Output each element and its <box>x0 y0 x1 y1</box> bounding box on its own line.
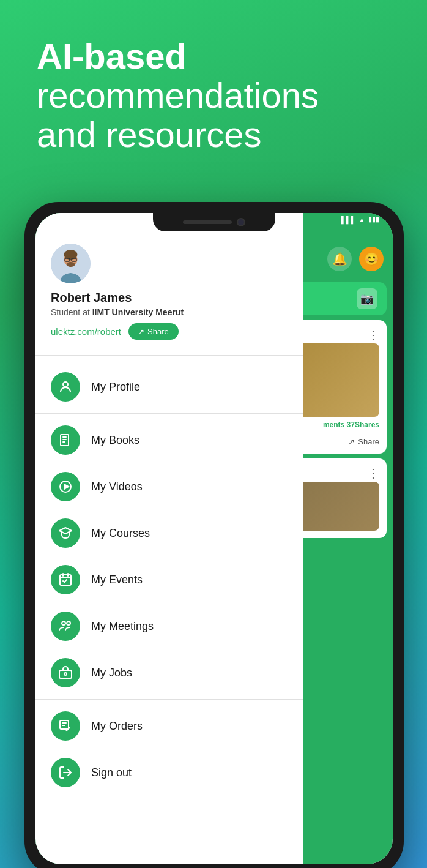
orders-icon <box>58 719 73 733</box>
share-button-icon: ↗ <box>138 327 144 336</box>
notch-bar <box>183 220 232 224</box>
phone-mockup: ▌▌▌ ▲ ▮▮▮ 🔔 😊 📷 ⋮ xt of the <box>24 202 404 868</box>
phone-notch <box>153 213 275 231</box>
menu-label-events: My Events <box>91 574 143 586</box>
headline: AI-based recommendations and resources <box>37 37 390 154</box>
person-icon <box>58 380 73 394</box>
menu-item-books[interactable]: My Books <box>35 417 303 463</box>
svg-point-21 <box>62 621 65 625</box>
header-section: AI-based recommendations and resources <box>0 0 427 172</box>
orders-icon-circle <box>51 711 80 741</box>
meetings-icon-circle <box>51 612 80 641</box>
book-icon <box>58 433 73 447</box>
subtitle-prefix: Student at <box>51 307 92 317</box>
menu-label-signout: Sign out <box>91 766 132 779</box>
profile-link[interactable]: ulektz.com/robert <box>51 326 121 337</box>
signout-icon-circle <box>51 758 80 787</box>
menu-label-meetings: My Meetings <box>91 620 154 633</box>
menu-item-meetings[interactable]: My Meetings <box>35 603 303 649</box>
headline-line2: recommendations <box>37 75 319 115</box>
svg-point-7 <box>63 382 68 387</box>
svg-point-3 <box>67 262 75 267</box>
menu-item-events[interactable]: My Events <box>35 556 303 603</box>
profile-divider <box>35 355 303 356</box>
battery-icon: ▮▮▮ <box>368 215 379 223</box>
meetings-icon <box>58 619 73 634</box>
menu-list: My Profile My Book <box>35 359 303 801</box>
menu-item-videos[interactable]: My Videos <box>35 463 303 510</box>
share-button-label: Share <box>147 327 169 336</box>
menu-item-orders[interactable]: My Orders <box>35 703 303 749</box>
phone-shell: ▌▌▌ ▲ ▮▮▮ 🔔 😊 📷 ⋮ xt of the <box>24 202 404 868</box>
share-action-icon: ↗ <box>348 437 355 446</box>
jobs-icon <box>58 665 73 680</box>
headline-line1: AI-based <box>37 36 187 76</box>
status-bar: ▌▌▌ ▲ ▮▮▮ <box>341 215 379 223</box>
calendar-icon <box>58 572 73 587</box>
menu-item-courses[interactable]: My Courses <box>35 510 303 556</box>
share-button[interactable]: ↗ Share <box>128 323 179 340</box>
phone-screen: 🔔 😊 📷 ⋮ xt of the <box>35 213 393 864</box>
profile-section: Robert James Student at IIMT University … <box>35 213 303 352</box>
svg-rect-15 <box>60 575 71 585</box>
menu-label-orders: My Orders <box>91 720 143 733</box>
camera-icon[interactable]: 📷 <box>357 288 377 309</box>
courses-icon-circle <box>51 518 80 548</box>
menu-label-profile: My Profile <box>91 381 140 394</box>
share-action-label[interactable]: Share <box>358 437 379 446</box>
events-icon-circle <box>51 565 80 594</box>
drawer-menu: Robert James Student at IIMT University … <box>35 213 303 864</box>
jobs-icon-circle <box>51 658 80 687</box>
svg-marker-13 <box>64 484 69 489</box>
menu-label-books: My Books <box>91 434 139 447</box>
stats-text: ments 37Shares <box>323 421 379 429</box>
notch-camera <box>237 218 245 226</box>
books-icon-circle <box>51 425 80 455</box>
emoji-avatar-icon[interactable]: 😊 <box>359 247 384 271</box>
videos-icon-circle <box>51 472 80 501</box>
more-options-2-icon[interactable]: ⋮ <box>367 466 379 481</box>
wifi-icon: ▲ <box>358 216 365 223</box>
signout-icon <box>58 765 73 780</box>
svg-line-20 <box>64 580 67 582</box>
graduation-icon <box>58 526 73 541</box>
app-header-icons: 🔔 😊 <box>327 247 384 271</box>
menu-item-profile[interactable]: My Profile <box>35 364 303 410</box>
headline-line3: and resources <box>37 114 262 154</box>
video-icon <box>58 479 73 494</box>
notification-bell-icon[interactable]: 🔔 <box>327 247 352 271</box>
svg-point-24 <box>64 673 67 675</box>
svg-point-22 <box>67 621 70 625</box>
profile-icon-circle <box>51 372 80 402</box>
menu-item-jobs[interactable]: My Jobs <box>35 649 303 696</box>
menu-label-videos: My Videos <box>91 481 143 493</box>
profile-subtitle: Student at IIMT University Meerut <box>51 307 288 317</box>
menu-label-jobs: My Jobs <box>91 667 132 679</box>
avatar <box>51 244 91 283</box>
menu-divider-1 <box>35 413 303 414</box>
more-options-icon[interactable]: ⋮ <box>367 327 379 342</box>
profile-name: Robert James <box>51 291 288 305</box>
profile-link-row: ulektz.com/robert ↗ Share <box>51 323 288 340</box>
svg-rect-23 <box>59 670 72 678</box>
menu-item-signout[interactable]: Sign out <box>35 749 303 796</box>
signal-icon: ▌▌▌ <box>341 216 355 223</box>
menu-divider-2 <box>35 699 303 700</box>
subtitle-institution: IIMT University Meerut <box>92 307 184 317</box>
menu-label-courses: My Courses <box>91 527 150 540</box>
